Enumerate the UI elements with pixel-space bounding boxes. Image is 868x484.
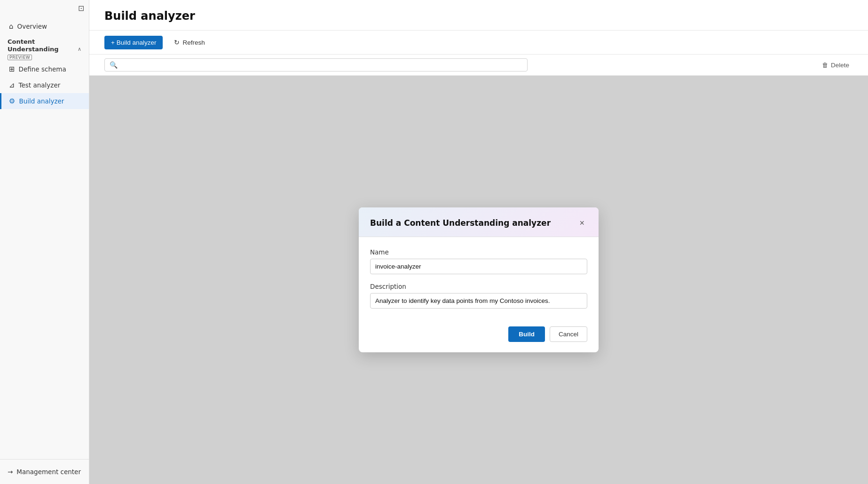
- modal-dialog: Build a Content Understanding analyzer ×…: [359, 207, 599, 352]
- sidebar-item-management-center[interactable]: → Management center: [8, 465, 81, 478]
- chevron-up-icon: ∧: [78, 46, 81, 52]
- name-field-group: Name: [370, 248, 587, 274]
- toolbar: + Build analyzer ↻ Refresh: [89, 31, 868, 55]
- sidebar-toggle-button[interactable]: ⊡: [78, 4, 84, 13]
- sidebar-top: ⊡: [0, 0, 89, 16]
- sidebar-item-overview[interactable]: ⌂ Overview: [0, 18, 89, 34]
- modal-body: Name Description: [359, 237, 599, 326]
- sidebar-nav: ⌂ Overview Content Understanding PREVIEW…: [0, 16, 89, 459]
- sidebar-item-define-schema[interactable]: ⊞ Define schema: [0, 61, 89, 77]
- modal-title: Build a Content Understanding analyzer: [370, 218, 551, 228]
- sidebar: ⊡ ⌂ Overview Content Understanding PREVI…: [0, 0, 89, 484]
- description-input[interactable]: [370, 293, 587, 309]
- sidebar-bottom: → Management center: [0, 459, 89, 484]
- search-bar-row: 🔍 🗑 Delete: [89, 55, 868, 76]
- description-field-group: Description: [370, 283, 587, 309]
- refresh-icon: ↻: [174, 39, 180, 46]
- name-input[interactable]: [370, 259, 587, 274]
- build-analyzer-button[interactable]: + Build analyzer: [104, 36, 163, 49]
- sidebar-overview-label: Overview: [17, 23, 47, 30]
- sidebar-section-content-understanding[interactable]: Content Understanding PREVIEW ∧: [0, 34, 89, 61]
- modal-build-button[interactable]: Build: [508, 326, 545, 342]
- refresh-button-label: Refresh: [182, 39, 205, 46]
- build-icon: ⚙: [9, 97, 15, 105]
- modal-close-button[interactable]: ×: [576, 218, 587, 228]
- management-icon: →: [8, 468, 13, 476]
- search-input-wrapper: 🔍: [104, 58, 528, 71]
- sidebar-section-label: Content Understanding: [8, 38, 78, 53]
- management-center-label: Management center: [16, 468, 81, 476]
- search-icon: 🔍: [110, 61, 118, 69]
- preview-badge: PREVIEW: [8, 55, 32, 60]
- modal-footer: Build Cancel: [359, 326, 599, 352]
- modal-header: Build a Content Understanding analyzer ×: [359, 207, 599, 237]
- page-title: Build analyzer: [104, 9, 853, 23]
- test-icon: ⊿: [9, 81, 15, 89]
- refresh-button[interactable]: ↻ Refresh: [167, 35, 211, 49]
- home-icon: ⌂: [9, 22, 14, 31]
- build-analyzer-button-label: + Build analyzer: [111, 39, 156, 46]
- sidebar-item-test-analyzer[interactable]: ⊿ Test analyzer: [0, 77, 89, 93]
- main-content: Build analyzer + Build analyzer ↻ Refres…: [89, 0, 868, 484]
- content-area: Build a Content Understanding analyzer ×…: [89, 76, 868, 484]
- sidebar-item-build-analyzer[interactable]: ⚙ Build analyzer: [0, 93, 89, 109]
- delete-icon: 🗑: [822, 62, 829, 69]
- main-header: Build analyzer: [89, 0, 868, 31]
- modal-cancel-button[interactable]: Cancel: [550, 326, 587, 342]
- sidebar-define-schema-label: Define schema: [19, 65, 66, 73]
- modal-overlay: Build a Content Understanding analyzer ×…: [89, 76, 868, 484]
- delete-button-label: Delete: [831, 62, 849, 69]
- description-label: Description: [370, 283, 587, 290]
- name-label: Name: [370, 248, 587, 256]
- delete-button[interactable]: 🗑 Delete: [818, 59, 853, 71]
- schema-icon: ⊞: [9, 65, 15, 73]
- sidebar-build-analyzer-label: Build analyzer: [19, 97, 64, 105]
- sidebar-test-analyzer-label: Test analyzer: [19, 81, 61, 89]
- search-input[interactable]: [121, 62, 522, 69]
